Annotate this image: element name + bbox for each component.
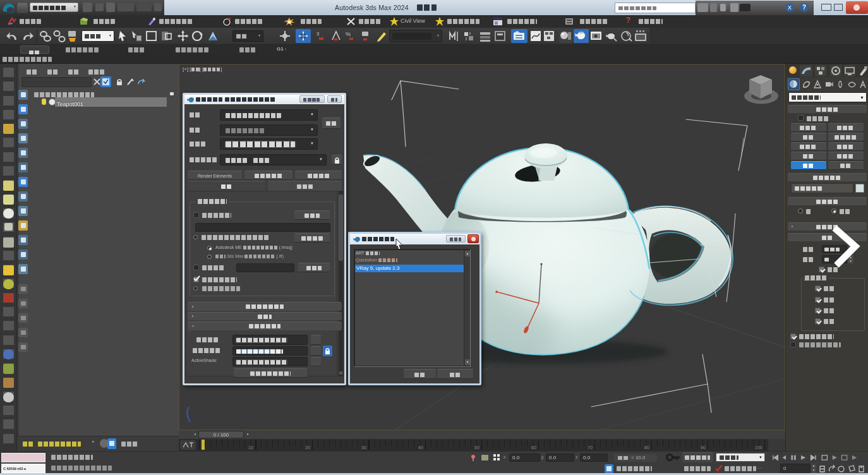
- svg-text:3: 3: [316, 31, 320, 37]
- svg-text:%: %: [346, 31, 351, 37]
